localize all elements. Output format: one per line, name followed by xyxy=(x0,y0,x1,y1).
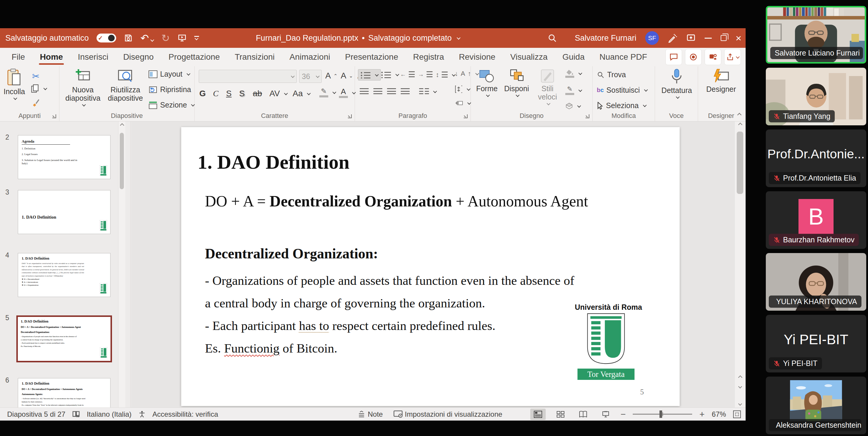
tab-inserisci[interactable]: Inserisci xyxy=(70,48,116,66)
copy-button[interactable] xyxy=(31,84,46,93)
tab-progettazione[interactable]: Progettazione xyxy=(161,48,227,66)
document-title-area[interactable]: Furnari_Dao Regulation.pptx • Salvataggi… xyxy=(256,34,460,43)
accessibility-status[interactable]: Accessibilità: verifica xyxy=(152,410,218,418)
tab-disegno[interactable]: Disegno xyxy=(116,48,161,66)
tab-presentazione[interactable]: Presentazione xyxy=(337,48,405,66)
align-left-button[interactable] xyxy=(360,88,369,95)
dialog-launcher-icon[interactable] xyxy=(586,114,589,118)
convert-smartart-button[interactable] xyxy=(455,99,470,106)
decrease-font-button[interactable]: A⌄ xyxy=(341,71,353,81)
section-button[interactable]: Sezione xyxy=(149,101,194,109)
minimize-button[interactable] xyxy=(705,38,712,39)
bullets-button[interactable] xyxy=(358,69,381,81)
reset-button[interactable]: Ripristina xyxy=(149,85,191,94)
dialog-launcher-icon[interactable] xyxy=(348,114,352,118)
ribbon-display-options-icon[interactable] xyxy=(686,33,696,43)
replace-button[interactable]: bcSostituisci xyxy=(597,86,647,94)
increase-font-button[interactable]: A⌃ xyxy=(325,71,337,81)
tab-home[interactable]: Home xyxy=(32,48,70,66)
participant-tile[interactable]: YULIYA KHARITONOVA xyxy=(766,253,866,311)
participant-tile[interactable]: Prof.Dr.Antonie... Prof.Dr.Antonietta El… xyxy=(766,129,866,187)
select-button[interactable]: Seleziona xyxy=(597,101,646,110)
zoom-slider[interactable] xyxy=(633,414,692,415)
reading-view-button[interactable] xyxy=(576,409,591,420)
justify-button[interactable] xyxy=(401,88,410,95)
italic-button[interactable]: C xyxy=(213,89,219,98)
slide-title[interactable]: 1. DAO Definition xyxy=(197,151,350,174)
increase-indent-button[interactable]: → xyxy=(418,71,433,78)
next-slide-icon[interactable] xyxy=(735,385,746,388)
shape-outline-button[interactable]: ✎ xyxy=(565,86,582,95)
slide-body-line[interactable]: - Each participant has to respect certai… xyxy=(205,318,495,333)
notes-button[interactable]: Note xyxy=(358,410,383,418)
reuse-slides-button[interactable]: Riutilizza diapositive xyxy=(104,69,146,102)
format-painter-button[interactable] xyxy=(31,98,40,106)
start-slideshow-icon[interactable] xyxy=(178,34,187,42)
search-icon[interactable] xyxy=(548,33,557,43)
collapse-ribbon-icon[interactable] xyxy=(738,112,741,118)
zoom-level[interactable]: 67% xyxy=(712,410,726,418)
change-case-button[interactable]: Aa xyxy=(292,89,310,98)
tab-registra[interactable]: Registra xyxy=(405,48,451,66)
find-button[interactable]: Trova xyxy=(597,70,626,79)
accessibility-icon[interactable] xyxy=(138,410,146,418)
dialog-launcher-icon[interactable] xyxy=(464,114,468,118)
layout-button[interactable]: Layout xyxy=(149,70,190,79)
slideshow-view-button[interactable] xyxy=(598,409,613,420)
pen-tools-icon[interactable] xyxy=(668,33,677,43)
thumbnail-slide-4[interactable]: 1. DAO Definition DAO "is an organizatio… xyxy=(18,253,111,297)
teams-share-icon[interactable] xyxy=(705,49,721,65)
tab-guida[interactable]: Guida xyxy=(555,48,592,66)
dialog-launcher-icon[interactable] xyxy=(52,114,56,118)
thumbnail-slide-2[interactable]: Agenda 1. Definition 2. Legal Issues 3. … xyxy=(18,135,111,179)
scrollbar-thumb[interactable] xyxy=(120,133,124,189)
new-slide-button[interactable]: Nuova diapositiva xyxy=(64,69,102,106)
line-spacing-button[interactable]: ↕ xyxy=(436,71,455,79)
slide-equation[interactable]: DO + A = Decentralized Organization + Au… xyxy=(205,192,588,210)
font-size-combobox[interactable]: 36 xyxy=(299,70,322,83)
thumbnail-scrollbar[interactable] xyxy=(118,122,125,407)
align-right-button[interactable] xyxy=(387,88,396,95)
slide-sorter-view-button[interactable] xyxy=(553,409,568,420)
language-status[interactable]: Italiano (Italia) xyxy=(87,410,132,418)
tab-animazioni[interactable]: Animazioni xyxy=(282,48,338,66)
thumbnail-slide-3[interactable]: 1. DAO Definition xyxy=(18,190,111,234)
arrange-button[interactable]: Disponi xyxy=(502,69,531,97)
record-button[interactable] xyxy=(685,49,702,65)
slide-body-line[interactable]: Es. Functionig of Bitcoin. xyxy=(205,341,337,355)
participant-tile[interactable]: Salvatore Luciano Furnari xyxy=(766,6,866,64)
align-center-button[interactable] xyxy=(373,88,382,95)
text-shadow-button[interactable]: S xyxy=(239,89,245,98)
paste-button[interactable]: Incolla xyxy=(4,69,25,100)
tab-revisione[interactable]: Revisione xyxy=(452,48,503,66)
shape-effects-button[interactable] xyxy=(565,102,581,110)
tab-transizioni[interactable]: Transizioni xyxy=(227,48,282,66)
slide-body-line[interactable]: a central body in charge of governing th… xyxy=(205,296,485,310)
participant-tile[interactable]: Tianfang Yang xyxy=(766,68,866,125)
spellcheck-icon[interactable] xyxy=(72,410,80,418)
zoom-in-button[interactable]: + xyxy=(699,409,705,419)
scrollbar-thumb[interactable] xyxy=(737,131,743,194)
dictate-button[interactable]: Dettatura xyxy=(660,69,693,99)
display-settings-button[interactable]: Impostazioni di visualizzazione xyxy=(394,410,502,418)
quick-access-toolbar-icon[interactable] xyxy=(194,36,199,40)
editor-scrollbar[interactable] xyxy=(734,122,746,407)
comments-button[interactable] xyxy=(665,49,682,65)
slide-body-line[interactable]: - Organizations of people and assets tha… xyxy=(205,273,574,288)
thumbnail-slide-6[interactable]: 1. DAO Definition DO + A = Decentralized… xyxy=(18,378,111,407)
normal-view-button[interactable] xyxy=(530,409,546,420)
thumbnail-slide-5-selected[interactable]: 1. DAO Definition DO + A = Decentralized… xyxy=(16,315,112,362)
autosave-toggle[interactable]: ✓ xyxy=(97,34,116,42)
tab-nuance-pdf[interactable]: Nuance PDF xyxy=(592,48,654,66)
slide-canvas[interactable]: 1. DAO Definition DO + A = Decentralized… xyxy=(181,127,680,406)
highlight-color-button[interactable]: ✎ xyxy=(319,88,336,97)
numbering-button[interactable] xyxy=(381,71,399,78)
font-name-combobox[interactable] xyxy=(199,70,297,83)
scroll-up-icon[interactable] xyxy=(735,123,746,126)
scroll-down-icon[interactable] xyxy=(735,402,746,405)
participant-tile[interactable]: B Baurzhan Rakhmetov xyxy=(766,191,866,249)
decrease-indent-button[interactable]: ← xyxy=(400,71,415,78)
cut-button[interactable]: ✂ xyxy=(32,71,39,82)
strikethrough-button[interactable]: ab xyxy=(253,89,262,98)
slide-heading[interactable]: Decentralized Organization: xyxy=(205,245,378,262)
